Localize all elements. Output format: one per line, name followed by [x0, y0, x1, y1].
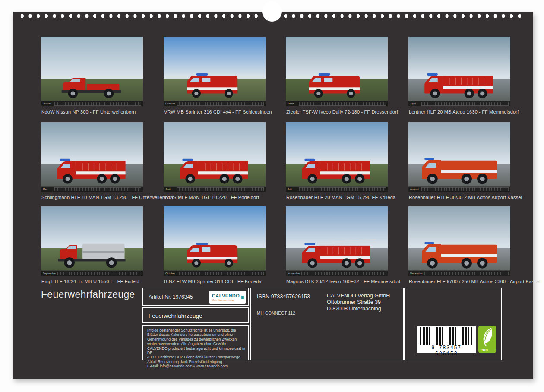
month-label: Februar — [164, 102, 177, 105]
calendar-month-thumbnail: Juli Rosenbauer HLF 20 MAN TGM 15.290 FF… — [286, 122, 388, 200]
publisher-city: D-82008 Unterhaching — [327, 306, 390, 312]
day-cells — [57, 272, 141, 275]
fire-truck-illustration — [293, 51, 381, 100]
barcode-bars — [420, 327, 473, 345]
calendar-month-thumbnail: November Magirus DLK 23/12 Iveco 160E32 … — [286, 206, 388, 284]
fire-truck-photo: August — [408, 122, 510, 192]
fire-truck-photo: September — [41, 206, 143, 276]
month-label: Januar — [41, 102, 54, 105]
mini-month-strip: August — [408, 186, 510, 192]
calendar-month-thumbnail: März Ziegler TSF-W Iveco Daily 72-180 - … — [286, 37, 388, 114]
fire-truck-photo: März — [286, 37, 388, 106]
eco-badge: eco — [478, 326, 496, 353]
legal-text-box: Infolge bestehender Schutzrechte ist es … — [142, 325, 249, 360]
calendar-title-box: Feuerwehrfahrzeuge — [142, 307, 249, 323]
mini-month-strip: Mai — [41, 186, 143, 192]
fire-truck-illustration — [171, 136, 259, 185]
calendar-back-page: Januar KdoW Nissan NP 300 - FF Unterwell… — [13, 12, 533, 379]
barcode-section: 9 783457 626153 eco — [404, 288, 502, 360]
fire-truck-photo: Oktober — [164, 206, 266, 276]
calendar-month-thumbnail: Oktober BINZ ELW MB Sprinter 316 CDI - F… — [164, 206, 266, 284]
photo-caption: Ziegler TSF-W Iveco Daily 72-180 - FF Dr… — [286, 109, 398, 114]
fire-truck-photo: Juli — [286, 122, 388, 192]
month-label: Juli — [286, 188, 299, 190]
photo-caption: VRW MB Sprinter 316 CDI 4x4 - FF Schleus… — [164, 109, 272, 114]
fire-truck-photo: Januar — [41, 37, 143, 106]
fire-truck-photo: April — [408, 37, 510, 106]
photo-caption: Schlingmann HLF 10 MAN TGM 13.290 - FF U… — [41, 195, 175, 200]
mini-month-strip: September — [41, 270, 143, 276]
eco-label: eco — [481, 347, 488, 352]
day-cells — [54, 187, 141, 191]
month-label: März — [286, 102, 299, 105]
fire-truck-illustration — [293, 136, 381, 185]
calvendo-book-icon — [241, 293, 244, 302]
ean-barcode: 9 783457 626153 — [417, 326, 476, 353]
calendar-month-thumbnail: Februar VRW MB Sprinter 316 CDI 4x4 - FF… — [164, 37, 266, 114]
calendar-title: Feuerwehrfahrzeuge — [41, 289, 135, 300]
day-cells — [177, 272, 264, 275]
day-cells — [299, 102, 386, 106]
month-label: September — [41, 272, 57, 275]
calendar-title-small: Feuerwehrfahrzeuge — [149, 313, 202, 319]
calvendo-tagline: Mein Kalenderverlag — [212, 299, 240, 301]
mini-month-strip: Juli — [286, 186, 388, 192]
fire-truck-illustration — [416, 221, 503, 269]
calvendo-logo: CALVENDO Mein Kalenderverlag — [209, 291, 246, 304]
photo-caption: Magirus DLK 23/12 Iveco 160E32 - FF Memm… — [286, 279, 400, 284]
day-cells — [299, 187, 386, 191]
calvendo-logo-text: CALVENDO Mein Kalenderverlag — [212, 294, 240, 301]
day-cells — [421, 102, 509, 106]
mini-month-strip: Januar — [41, 101, 143, 106]
fire-truck-illustration — [293, 221, 381, 269]
fire-truck-illustration — [416, 136, 503, 185]
calendar-month-thumbnail: September Empl TLF 16/24-Tr. MB U 1550 L… — [41, 206, 143, 284]
fire-truck-photo: Februar — [164, 37, 266, 106]
mini-month-strip: Februar — [164, 101, 266, 106]
binding-holes-right — [281, 13, 524, 19]
mini-month-strip: November — [286, 270, 388, 276]
month-label: Dezember — [408, 272, 424, 275]
fire-truck-illustration — [171, 221, 259, 269]
photo-caption: WISS MLF MAN TGL 10.220 - FF Pödeldorf — [164, 195, 259, 200]
binding-holes-left — [18, 13, 258, 19]
product-code: MH CONNECT 112 — [257, 311, 295, 316]
month-label: Juni — [164, 188, 177, 190]
month-label: Mai — [41, 188, 54, 190]
barcode-number: 9 783457 626153 — [420, 345, 473, 357]
fire-truck-illustration — [48, 136, 136, 185]
mini-month-strip: Juni — [164, 186, 266, 192]
isbn-number: ISBN 9783457626153 — [257, 294, 310, 300]
mini-month-strip: Dezember — [408, 270, 510, 276]
fire-truck-photo: November — [286, 206, 388, 276]
month-label: April — [408, 102, 421, 105]
mini-month-strip: April — [408, 101, 510, 106]
publisher-street: Ottobrunner Straße 39 — [327, 299, 390, 306]
leaf-icon — [480, 326, 495, 347]
calendar-month-thumbnail: Mai Schlingmann HLF 10 MAN TGM 13.290 - … — [41, 122, 143, 200]
publisher-address: CALVENDO Verlag GmbH Ottobrunner Straße … — [327, 293, 390, 312]
month-label: November — [286, 272, 301, 275]
mini-month-strip: Oktober — [164, 270, 266, 276]
day-cells — [424, 272, 509, 275]
backdrop: Januar KdoW Nissan NP 300 - FF Unterwell… — [0, 0, 544, 392]
month-label: August — [408, 188, 421, 190]
photo-caption: Rosenbauer FLF 9700 / 250 MB Actros 3360… — [409, 279, 541, 284]
fire-truck-photo: Juni — [164, 122, 266, 192]
day-cells — [54, 102, 141, 106]
calendar-month-thumbnail: Januar KdoW Nissan NP 300 - FF Unterwell… — [41, 37, 143, 114]
fire-truck-illustration — [171, 51, 259, 100]
calendar-month-thumbnail: April Lentner HLF 20 MB Atego 1630 - FF … — [408, 37, 510, 114]
fire-truck-illustration — [416, 51, 503, 100]
calvendo-wordmark: CALVENDO — [212, 294, 240, 298]
photo-caption: Empl TLF 16/24-Tr. MB U 1550 L - FF Eisf… — [41, 279, 139, 284]
fire-truck-photo: Mai — [41, 122, 143, 192]
photo-caption: KdoW Nissan NP 300 - FF Unterwellenborn — [41, 109, 136, 114]
calendar-month-thumbnail: Juni WISS MLF MAN TGL 10.220 - FF Pödeld… — [164, 122, 266, 200]
photo-caption: Rosenbauer HTLF 30/30-2 MB Actros Airpor… — [409, 195, 522, 200]
day-cells — [301, 272, 386, 275]
day-cells — [421, 187, 509, 191]
fire-truck-photo: Dezember — [408, 206, 510, 276]
article-number: Artikel-Nr. 1976345 — [149, 294, 193, 300]
photo-caption: Lentner HLF 20 MB Atego 1630 - FF Memmel… — [409, 109, 519, 114]
